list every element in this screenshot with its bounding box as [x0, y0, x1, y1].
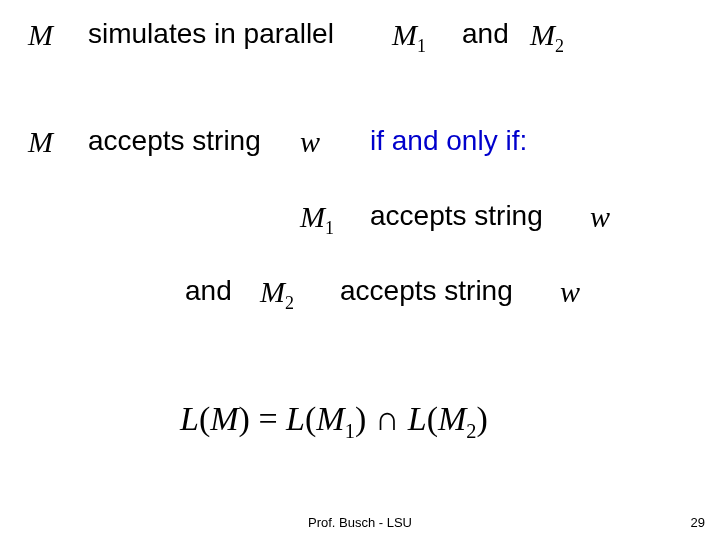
- sym-M-b: M: [28, 125, 53, 159]
- text-accepts-string-1: accepts string: [88, 125, 261, 157]
- sym-M2: M2: [530, 18, 564, 57]
- text-and-2: and: [185, 275, 232, 307]
- sym-w-3: w: [560, 275, 580, 309]
- text-simulates: simulates in parallel: [88, 18, 334, 50]
- page-number: 29: [691, 515, 705, 530]
- sym-M1: M1: [392, 18, 426, 57]
- text-accepts-string-2: accepts string: [370, 200, 543, 232]
- text-and-1: and: [462, 18, 509, 50]
- sym-M: M: [28, 18, 53, 52]
- sym-M1-b: M1: [300, 200, 334, 239]
- sym-M2-b: M2: [260, 275, 294, 314]
- formula: L(M) = L(M1) ∩ L(M2): [180, 400, 488, 443]
- slide: M simulates in parallel M1 and M2 M acce…: [0, 0, 720, 540]
- footer-text: Prof. Busch - LSU: [0, 515, 720, 530]
- text-iff: if and only if:: [370, 125, 527, 157]
- text-accepts-string-3: accepts string: [340, 275, 513, 307]
- sym-w-1: w: [300, 125, 320, 159]
- sym-w-2: w: [590, 200, 610, 234]
